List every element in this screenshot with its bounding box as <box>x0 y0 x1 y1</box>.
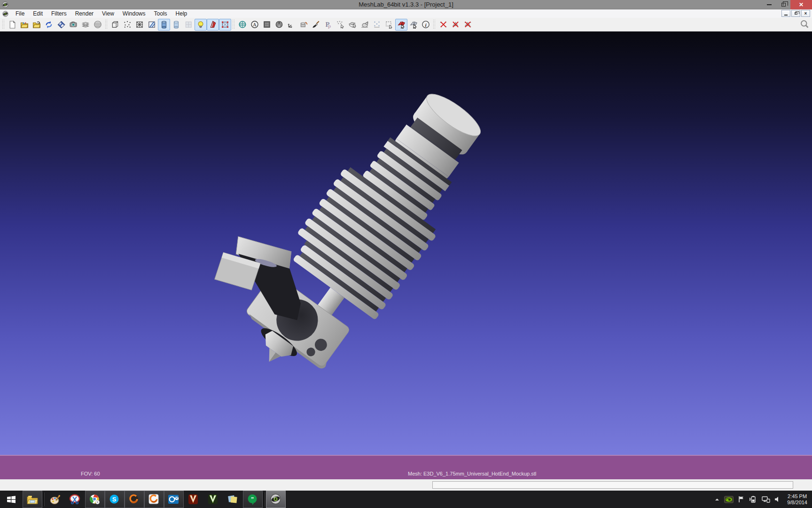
select-faces-button[interactable] <box>395 19 407 31</box>
action-center-flag-icon[interactable] <box>738 496 745 503</box>
background-grid-button[interactable] <box>261 19 273 31</box>
close-button[interactable]: ✕ <box>790 0 812 9</box>
mdi-restore-icon <box>795 12 797 15</box>
cylinder-tool-button[interactable] <box>297 19 310 31</box>
menu-windows[interactable]: Windows <box>118 9 150 18</box>
menu-tools[interactable]: Tools <box>150 9 172 18</box>
nvidia-tray-icon[interactable] <box>724 496 734 503</box>
delete-selected-vertices-button[interactable] <box>437 19 449 31</box>
delete-selected-faces-and-vertices-button[interactable] <box>461 19 474 31</box>
rubberband-select-icon <box>385 20 393 29</box>
bbox-button[interactable] <box>109 19 121 31</box>
fancy-lighting-icon <box>209 20 217 29</box>
tools-toolbar-handle[interactable] <box>232 20 235 29</box>
menu-view[interactable]: View <box>98 9 118 18</box>
align-glue-button[interactable] <box>346 19 359 31</box>
show-normals-button[interactable] <box>219 19 231 31</box>
points-button[interactable] <box>121 19 133 31</box>
mdi-restore-button[interactable] <box>791 10 800 17</box>
taskbar-green-v-app[interactable] <box>203 491 223 508</box>
taskbar-simplify3d-light[interactable] <box>144 491 164 508</box>
rubberband-select-button[interactable] <box>383 19 395 31</box>
taskbar-paint[interactable] <box>46 491 65 508</box>
paint-brush-button[interactable] <box>310 19 322 31</box>
quality-mapper-icon: Pp <box>324 20 332 29</box>
titlebar[interactable]: MeshLab_64bit v1.3.3 - [Project_1] ✕ <box>0 0 812 9</box>
import-mesh-button[interactable] <box>31 19 43 31</box>
taskbar-chrome[interactable] <box>85 491 105 508</box>
taskbar-skype[interactable]: S <box>105 491 125 508</box>
volume-icon[interactable] <box>774 496 781 503</box>
new-document-button[interactable] <box>6 19 18 31</box>
menu-render[interactable]: Render <box>71 9 98 18</box>
layers-button[interactable] <box>79 19 92 31</box>
curvature-button[interactable] <box>273 19 285 31</box>
taskbar-file-explorer[interactable] <box>23 491 42 508</box>
taskbar-snipping-tool[interactable] <box>65 491 85 508</box>
open-project-button[interactable] <box>18 19 31 31</box>
menu-file[interactable]: File <box>11 9 29 18</box>
tray-clock[interactable]: 2:45 PM 9/8/2014 <box>785 493 807 506</box>
restore-button[interactable] <box>776 0 790 9</box>
select-faces-icon <box>397 20 406 29</box>
flat-shading-button[interactable] <box>158 19 170 31</box>
fancy-lighting-button[interactable] <box>207 19 219 31</box>
window-title: MeshLab_64bit v1.3.3 - [Project_1] <box>0 0 812 9</box>
info-button[interactable]: i <box>420 19 432 31</box>
delete-toolbar-handle[interactable] <box>433 20 436 29</box>
reference-points-icon <box>373 20 381 29</box>
minimize-button[interactable] <box>762 0 776 9</box>
snapshot-button[interactable] <box>67 19 79 31</box>
hidden-lines-button[interactable] <box>146 19 158 31</box>
delete-selected-vertices-icon <box>439 20 448 29</box>
mdi-close-icon: × <box>804 11 807 16</box>
red-v-app-icon <box>187 494 200 505</box>
taskbar-outlook[interactable] <box>164 491 184 508</box>
taskbar-sticky-notes[interactable] <box>223 491 243 508</box>
cylinder-tool-icon <box>299 20 308 29</box>
trackball-button[interactable] <box>236 19 249 31</box>
status-bar <box>0 479 812 491</box>
align-glue-icon <box>348 20 357 29</box>
delete-selected-faces-button[interactable] <box>449 19 461 31</box>
menu-help[interactable]: Help <box>172 9 192 18</box>
outlook-icon <box>168 494 180 505</box>
align-points-button[interactable] <box>334 19 346 31</box>
taskbar-red-v-app[interactable] <box>184 491 203 508</box>
taskbar-hangouts[interactable]: ” <box>243 491 263 508</box>
system-tray: 2:45 PM 9/8/2014 <box>714 491 812 508</box>
taskbar-meshlab[interactable] <box>266 491 286 508</box>
quality-mapper-button[interactable]: Pp <box>322 19 334 31</box>
mdi-minimize-button[interactable] <box>781 10 790 17</box>
toolbar-drag-handle[interactable] <box>2 20 5 29</box>
axis-button[interactable]: A <box>249 19 261 31</box>
save-button[interactable] <box>55 19 67 31</box>
delete-selected-faces-and-vertices-icon <box>463 20 472 29</box>
select-vertices-button[interactable] <box>407 19 420 31</box>
snapshot-icon <box>69 21 78 28</box>
hangouts-icon: ” <box>247 494 259 505</box>
battery-icon[interactable] <box>749 496 757 503</box>
raster-bunny-button[interactable] <box>359 19 371 31</box>
menu-edit[interactable]: Edit <box>29 9 47 18</box>
new-document-icon <box>8 21 16 29</box>
render-toolbar-handle[interactable] <box>105 20 108 29</box>
info-icon: i <box>422 20 430 29</box>
sticky-notes-icon <box>227 494 239 505</box>
smooth-shading-button[interactable] <box>170 19 182 31</box>
texture-button[interactable] <box>182 19 195 31</box>
hidden-icons-chevron[interactable] <box>714 497 720 502</box>
light-button[interactable] <box>195 19 207 31</box>
reload-button[interactable] <box>43 19 55 31</box>
reference-points-button[interactable] <box>371 19 383 31</box>
search-button[interactable] <box>800 19 809 31</box>
wireframe-button[interactable] <box>133 19 146 31</box>
mdi-close-button[interactable]: × <box>801 10 810 17</box>
viewport-canvas[interactable] <box>0 32 812 455</box>
start-button[interactable] <box>0 491 23 508</box>
show-layer-dialog-button[interactable] <box>92 19 104 31</box>
taskbar-simplify3d-dark[interactable] <box>125 491 144 508</box>
network-icon[interactable] <box>762 496 770 503</box>
menu-filters[interactable]: Filters <box>47 9 71 18</box>
box-corners-button[interactable] <box>285 19 297 31</box>
